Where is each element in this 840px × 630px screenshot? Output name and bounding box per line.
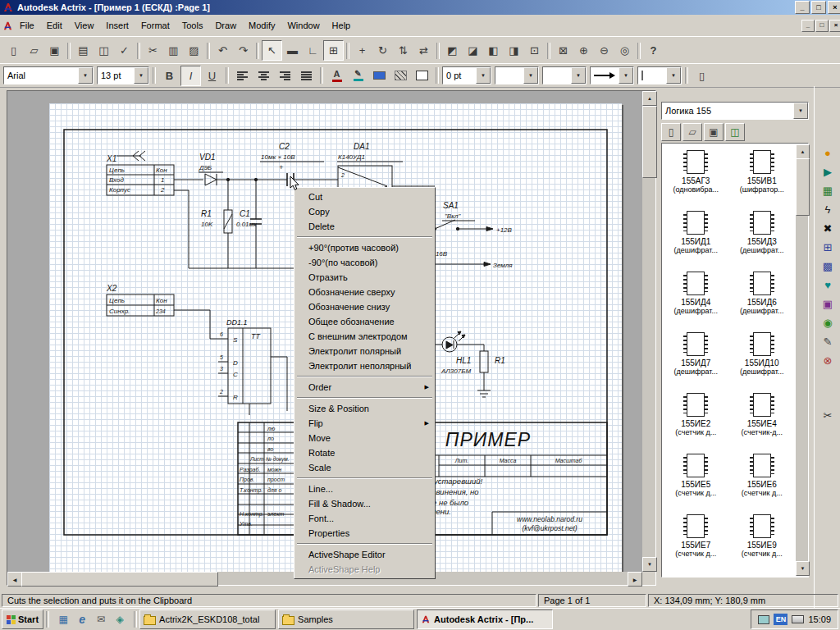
- align-right-button[interactable]: [275, 66, 295, 86]
- lightning-icon[interactable]: ϟ: [819, 202, 837, 217]
- context-item-external-electrode[interactable]: С внешним электродом: [295, 329, 434, 344]
- arrow-style-combo[interactable]: ▼: [590, 66, 634, 84]
- context-item-copy[interactable]: Copy: [295, 204, 434, 219]
- library-selector[interactable]: Логика 155 ▼: [661, 102, 809, 120]
- fill-color-button[interactable]: [369, 66, 390, 86]
- align-justify-button[interactable]: [296, 66, 317, 86]
- context-item-mirror[interactable]: Отразить: [295, 270, 434, 285]
- font-combo[interactable]: Arial ▼: [3, 66, 94, 84]
- display-tray-icon[interactable]: [758, 615, 769, 624]
- line-style-combo[interactable]: ▼: [495, 66, 539, 84]
- new-document-icon[interactable]: ▯: [3, 40, 24, 61]
- scroll-up-icon[interactable]: ▲: [796, 144, 810, 159]
- circuit-board-icon[interactable]: ▦: [819, 183, 837, 199]
- keyboard-tray-icon[interactable]: [792, 615, 804, 623]
- select-arrow-icon[interactable]: ↖: [262, 40, 282, 61]
- chevron-down-icon[interactable]: ▼: [78, 67, 93, 84]
- chevron-down-icon[interactable]: ▼: [571, 67, 586, 84]
- zoom-window-icon[interactable]: ⊠: [553, 40, 573, 61]
- menu-view[interactable]: View: [69, 17, 100, 34]
- context-item-rotate-ccw[interactable]: +90°(против часовой): [295, 240, 434, 255]
- channels-icon[interactable]: ◈: [112, 611, 128, 628]
- internet-explorer-icon[interactable]: e: [74, 611, 90, 628]
- text-block-icon[interactable]: ▬: [282, 40, 303, 61]
- paste-icon[interactable]: ▨: [184, 40, 204, 61]
- webcam-icon[interactable]: ◉: [819, 315, 837, 331]
- menu-file[interactable]: File: [14, 17, 40, 34]
- style-button[interactable]: ▯: [692, 66, 712, 86]
- menu-edit[interactable]: Edit: [41, 17, 68, 34]
- context-item-properties[interactable]: Properties: [295, 526, 434, 541]
- chevron-down-icon[interactable]: ▼: [619, 67, 633, 84]
- chevron-down-icon[interactable]: ▼: [793, 103, 808, 119]
- list-item[interactable]: 155ИД4(дешифрат...: [663, 266, 729, 326]
- redo-icon[interactable]: ↷: [233, 40, 253, 61]
- taskbar-item-actrix-app[interactable]: Autodesk Actrix - [Пр...: [417, 609, 553, 629]
- help-pointer-icon[interactable]: ?: [643, 40, 664, 61]
- context-item-size-position[interactable]: Size & Position: [295, 401, 434, 416]
- flip-vertical-icon[interactable]: ⇅: [393, 40, 413, 61]
- print-preview-icon[interactable]: ◫: [94, 40, 114, 61]
- scroll-down-icon[interactable]: ▼: [796, 561, 810, 576]
- group-icon[interactable]: ⊡: [524, 40, 545, 61]
- show-desktop-icon[interactable]: ▦: [55, 611, 71, 628]
- chevron-down-icon[interactable]: ▼: [476, 67, 491, 84]
- bold-button[interactable]: B: [159, 66, 180, 86]
- scroll-right-icon[interactable]: ▶: [628, 572, 642, 587]
- print-icon[interactable]: ▤: [73, 40, 94, 61]
- context-item-label-above[interactable]: Обозначение сверху: [295, 285, 434, 299]
- send-backward-icon[interactable]: ◨: [504, 40, 524, 61]
- context-item-line[interactable]: Line...: [295, 482, 434, 496]
- context-item-nonpolar-electrolytic[interactable]: Электролит неполярный: [295, 358, 434, 373]
- context-item-activeshape-editor[interactable]: ActiveShape Editor: [295, 547, 434, 562]
- context-item-scale[interactable]: Scale: [295, 460, 434, 475]
- mdi-restore-button[interactable]: □: [815, 20, 829, 32]
- list-item[interactable]: 155ИД6(дешифрат...: [729, 266, 796, 326]
- menu-draw[interactable]: Draw: [209, 17, 242, 34]
- heart-icon[interactable]: ♥: [819, 277, 837, 293]
- context-item-label-below[interactable]: Обозначение снизу: [295, 299, 434, 314]
- chevron-down-icon[interactable]: ▼: [523, 67, 538, 84]
- align-left-button[interactable]: [232, 66, 253, 86]
- maximize-button[interactable]: □: [811, 1, 826, 14]
- send-to-back-icon[interactable]: ◪: [463, 40, 483, 61]
- list-item[interactable]: 155ИЕ5(счетчик д...: [663, 448, 729, 509]
- underline-button[interactable]: U: [202, 66, 222, 86]
- scroll-left-icon[interactable]: ◀: [7, 572, 22, 587]
- open-stencil-icon[interactable]: ▱: [682, 123, 702, 141]
- italic-button[interactable]: I: [180, 66, 201, 86]
- menu-window[interactable]: Window: [281, 17, 325, 34]
- taskbar-item-actrix2k-folder[interactable]: Actrix2K_ESKD108_total: [139, 609, 276, 629]
- picture-icon[interactable]: ▣: [819, 296, 837, 312]
- vertical-scroll-thumb[interactable]: [642, 106, 657, 178]
- context-item-cut[interactable]: Cut: [295, 189, 434, 204]
- save-icon[interactable]: ▣: [44, 40, 65, 61]
- pan-icon[interactable]: +: [352, 40, 372, 61]
- save-stencil-icon[interactable]: ▣: [704, 123, 724, 141]
- hatch-button[interactable]: [390, 66, 411, 86]
- close-button[interactable]: ×: [828, 1, 840, 14]
- cut-icon[interactable]: ✂: [143, 40, 163, 61]
- zoom-in-icon[interactable]: ⊕: [573, 40, 594, 61]
- context-item-rotate-cw[interactable]: -90°(по часовой): [295, 255, 434, 270]
- library-scroll-thumb[interactable]: [796, 158, 810, 216]
- list-item[interactable]: 155ИВ1(шифратор...: [729, 144, 796, 205]
- menu-format[interactable]: Format: [135, 17, 176, 34]
- menu-insert[interactable]: Insert: [100, 17, 135, 34]
- delete-x-icon[interactable]: ✖: [819, 221, 837, 236]
- bring-to-front-icon[interactable]: ◩: [442, 40, 463, 61]
- context-item-fill-shadow[interactable]: Fill & Shadow...: [295, 496, 434, 511]
- list-item[interactable]: 155ИД1(дешифрат...: [663, 205, 729, 266]
- mdi-close-button[interactable]: ×: [829, 20, 840, 32]
- snap-grid-icon[interactable]: ⊞: [323, 40, 344, 61]
- chevron-down-icon[interactable]: ▼: [134, 67, 148, 84]
- list-item[interactable]: 155ИЕ2(счетчик д...: [663, 387, 729, 448]
- context-item-font[interactable]: Font...: [295, 511, 434, 526]
- list-item[interactable]: 155ИД10(дешифрат...: [729, 326, 796, 387]
- language-indicator[interactable]: EN: [774, 614, 788, 625]
- zoom-out-icon[interactable]: ⊖: [594, 40, 614, 61]
- spelling-icon[interactable]: ✓: [114, 40, 135, 61]
- list-item[interactable]: 155ИД3(дешифрат...: [729, 205, 796, 266]
- context-item-delete[interactable]: Delete: [295, 219, 434, 234]
- copy-icon[interactable]: ▥: [163, 40, 184, 61]
